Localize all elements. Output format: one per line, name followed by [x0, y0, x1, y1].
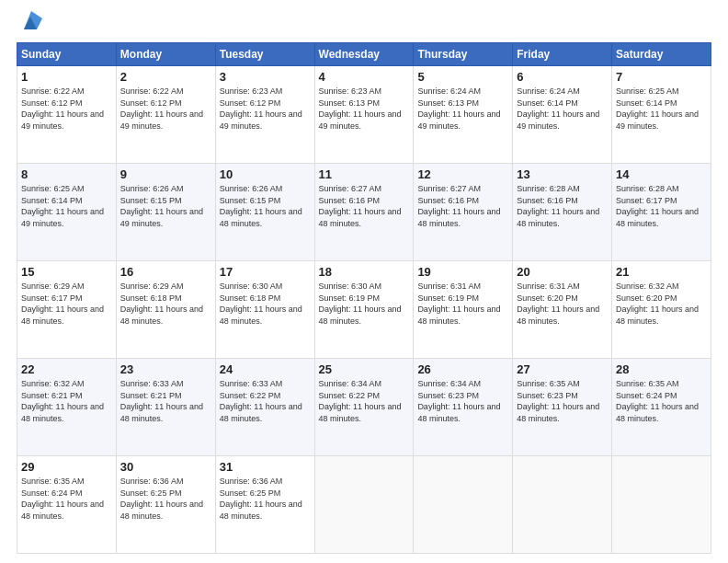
day-number: 20 — [517, 265, 608, 279]
day-info: Sunrise: 6:32 AM Sunset: 6:20 PM Dayligh… — [616, 281, 707, 327]
col-friday: Friday — [513, 43, 612, 66]
day-info: Sunrise: 6:33 AM Sunset: 6:21 PM Dayligh… — [120, 378, 211, 424]
day-number: 10 — [220, 167, 311, 181]
day-number: 3 — [220, 70, 311, 84]
day-info: Sunrise: 6:24 AM Sunset: 6:14 PM Dayligh… — [517, 86, 608, 132]
table-row: 29 Sunrise: 6:35 AM Sunset: 6:24 PM Dayl… — [17, 456, 117, 554]
col-wednesday: Wednesday — [314, 43, 414, 66]
day-number: 25 — [319, 362, 410, 376]
day-info: Sunrise: 6:26 AM Sunset: 6:15 PM Dayligh… — [120, 183, 211, 229]
day-info: Sunrise: 6:36 AM Sunset: 6:25 PM Dayligh… — [220, 476, 311, 522]
day-info: Sunrise: 6:23 AM Sunset: 6:12 PM Dayligh… — [220, 86, 311, 132]
day-number: 21 — [616, 265, 707, 279]
day-number: 2 — [120, 70, 211, 84]
table-row: 21 Sunrise: 6:32 AM Sunset: 6:20 PM Dayl… — [612, 261, 711, 359]
day-number: 4 — [319, 70, 410, 84]
day-info: Sunrise: 6:25 AM Sunset: 6:14 PM Dayligh… — [616, 86, 707, 132]
day-number: 30 — [120, 460, 211, 474]
calendar-header-row: Sunday Monday Tuesday Wednesday Thursday… — [17, 43, 711, 66]
day-info: Sunrise: 6:27 AM Sunset: 6:16 PM Dayligh… — [319, 183, 410, 229]
table-row: 10 Sunrise: 6:26 AM Sunset: 6:15 PM Dayl… — [215, 164, 314, 261]
table-row: 17 Sunrise: 6:30 AM Sunset: 6:18 PM Dayl… — [215, 261, 314, 359]
day-number: 16 — [120, 265, 211, 279]
header — [17, 15, 711, 33]
day-info: Sunrise: 6:35 AM Sunset: 6:24 PM Dayligh… — [21, 476, 112, 522]
day-info: Sunrise: 6:32 AM Sunset: 6:21 PM Dayligh… — [21, 378, 112, 424]
table-row: 14 Sunrise: 6:28 AM Sunset: 6:17 PM Dayl… — [612, 164, 711, 261]
table-row — [414, 456, 513, 554]
day-number: 18 — [319, 265, 410, 279]
table-row: 12 Sunrise: 6:27 AM Sunset: 6:16 PM Dayl… — [414, 164, 513, 261]
day-number: 9 — [120, 167, 211, 181]
table-row: 20 Sunrise: 6:31 AM Sunset: 6:20 PM Dayl… — [513, 261, 612, 359]
table-row: 30 Sunrise: 6:36 AM Sunset: 6:25 PM Dayl… — [116, 456, 215, 554]
day-info: Sunrise: 6:30 AM Sunset: 6:19 PM Dayligh… — [319, 281, 410, 327]
day-info: Sunrise: 6:35 AM Sunset: 6:23 PM Dayligh… — [517, 378, 608, 424]
table-row: 22 Sunrise: 6:32 AM Sunset: 6:21 PM Dayl… — [17, 359, 117, 456]
page: Sunday Monday Tuesday Wednesday Thursday… — [0, 0, 728, 563]
table-row: 28 Sunrise: 6:35 AM Sunset: 6:24 PM Dayl… — [612, 359, 711, 456]
day-info: Sunrise: 6:31 AM Sunset: 6:19 PM Dayligh… — [417, 281, 508, 327]
day-info: Sunrise: 6:29 AM Sunset: 6:18 PM Dayligh… — [120, 281, 211, 327]
day-info: Sunrise: 6:28 AM Sunset: 6:17 PM Dayligh… — [616, 183, 707, 229]
day-number: 19 — [417, 265, 508, 279]
calendar-table: Sunday Monday Tuesday Wednesday Thursday… — [17, 42, 711, 554]
day-info: Sunrise: 6:22 AM Sunset: 6:12 PM Dayligh… — [21, 86, 112, 132]
col-thursday: Thursday — [414, 43, 513, 66]
day-number: 5 — [417, 70, 508, 84]
day-info: Sunrise: 6:35 AM Sunset: 6:24 PM Dayligh… — [616, 378, 707, 424]
table-row: 4 Sunrise: 6:23 AM Sunset: 6:13 PM Dayli… — [314, 66, 414, 164]
day-number: 29 — [21, 460, 112, 474]
table-row: 7 Sunrise: 6:25 AM Sunset: 6:14 PM Dayli… — [612, 66, 711, 164]
table-row: 23 Sunrise: 6:33 AM Sunset: 6:21 PM Dayl… — [116, 359, 215, 456]
calendar-week-row: 1 Sunrise: 6:22 AM Sunset: 6:12 PM Dayli… — [17, 66, 711, 164]
table-row: 26 Sunrise: 6:34 AM Sunset: 6:23 PM Dayl… — [414, 359, 513, 456]
day-info: Sunrise: 6:25 AM Sunset: 6:14 PM Dayligh… — [21, 183, 112, 229]
day-number: 6 — [517, 70, 608, 84]
day-info: Sunrise: 6:24 AM Sunset: 6:13 PM Dayligh… — [417, 86, 508, 132]
table-row: 15 Sunrise: 6:29 AM Sunset: 6:17 PM Dayl… — [17, 261, 117, 359]
day-number: 7 — [616, 70, 707, 84]
day-number: 11 — [319, 167, 410, 181]
calendar-week-row: 15 Sunrise: 6:29 AM Sunset: 6:17 PM Dayl… — [17, 261, 711, 359]
day-number: 28 — [616, 362, 707, 376]
day-info: Sunrise: 6:31 AM Sunset: 6:20 PM Dayligh… — [517, 281, 608, 327]
calendar-week-row: 29 Sunrise: 6:35 AM Sunset: 6:24 PM Dayl… — [17, 456, 711, 554]
table-row: 9 Sunrise: 6:26 AM Sunset: 6:15 PM Dayli… — [116, 164, 215, 261]
day-info: Sunrise: 6:26 AM Sunset: 6:15 PM Dayligh… — [220, 183, 311, 229]
table-row: 16 Sunrise: 6:29 AM Sunset: 6:18 PM Dayl… — [116, 261, 215, 359]
day-number: 14 — [616, 167, 707, 181]
table-row: 5 Sunrise: 6:24 AM Sunset: 6:13 PM Dayli… — [414, 66, 513, 164]
table-row — [612, 456, 711, 554]
table-row: 2 Sunrise: 6:22 AM Sunset: 6:12 PM Dayli… — [116, 66, 215, 164]
col-monday: Monday — [116, 43, 215, 66]
col-tuesday: Tuesday — [215, 43, 314, 66]
table-row: 24 Sunrise: 6:33 AM Sunset: 6:22 PM Dayl… — [215, 359, 314, 456]
day-number: 15 — [21, 265, 112, 279]
table-row: 11 Sunrise: 6:27 AM Sunset: 6:16 PM Dayl… — [314, 164, 414, 261]
calendar-week-row: 22 Sunrise: 6:32 AM Sunset: 6:21 PM Dayl… — [17, 359, 711, 456]
day-number: 31 — [220, 460, 311, 474]
day-info: Sunrise: 6:34 AM Sunset: 6:23 PM Dayligh… — [417, 378, 508, 424]
day-info: Sunrise: 6:22 AM Sunset: 6:12 PM Dayligh… — [120, 86, 211, 132]
day-info: Sunrise: 6:34 AM Sunset: 6:22 PM Dayligh… — [319, 378, 410, 424]
logo-icon — [18, 9, 42, 33]
day-info: Sunrise: 6:36 AM Sunset: 6:25 PM Dayligh… — [120, 476, 211, 522]
table-row: 6 Sunrise: 6:24 AM Sunset: 6:14 PM Dayli… — [513, 66, 612, 164]
table-row: 31 Sunrise: 6:36 AM Sunset: 6:25 PM Dayl… — [215, 456, 314, 554]
table-row: 1 Sunrise: 6:22 AM Sunset: 6:12 PM Dayli… — [17, 66, 117, 164]
day-info: Sunrise: 6:30 AM Sunset: 6:18 PM Dayligh… — [220, 281, 311, 327]
col-saturday: Saturday — [612, 43, 711, 66]
logo — [17, 15, 42, 33]
calendar-week-row: 8 Sunrise: 6:25 AM Sunset: 6:14 PM Dayli… — [17, 164, 711, 261]
table-row: 27 Sunrise: 6:35 AM Sunset: 6:23 PM Dayl… — [513, 359, 612, 456]
day-number: 27 — [517, 362, 608, 376]
day-info: Sunrise: 6:33 AM Sunset: 6:22 PM Dayligh… — [220, 378, 311, 424]
day-number: 26 — [417, 362, 508, 376]
day-number: 12 — [417, 167, 508, 181]
day-info: Sunrise: 6:23 AM Sunset: 6:13 PM Dayligh… — [319, 86, 410, 132]
day-number: 24 — [220, 362, 311, 376]
table-row — [314, 456, 414, 554]
table-row: 8 Sunrise: 6:25 AM Sunset: 6:14 PM Dayli… — [17, 164, 117, 261]
table-row: 3 Sunrise: 6:23 AM Sunset: 6:12 PM Dayli… — [215, 66, 314, 164]
